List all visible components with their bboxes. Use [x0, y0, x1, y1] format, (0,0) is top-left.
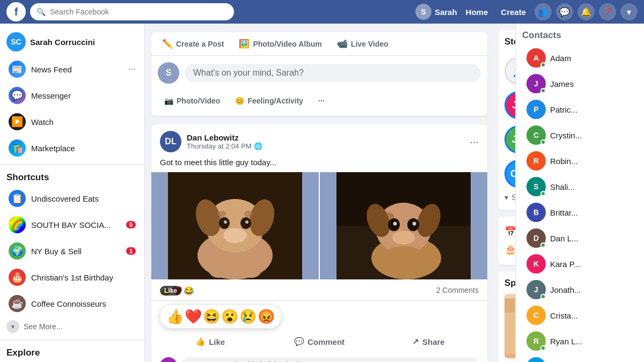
composer-input-row: S What's on your mind, Sarah? [151, 56, 487, 90]
sidebar-user-profile[interactable]: SC Sarah Corruccini [0, 28, 144, 56]
see-more-chevron-icon: ▾ [6, 320, 19, 333]
react-like-btn[interactable]: 👍 [166, 308, 184, 325]
sidebar-item-undiscovered[interactable]: 📋 Undiscovered Eats [2, 186, 142, 211]
karap-name: Kara P... [550, 260, 580, 269]
sidebar-coffee-label: Coffee Connoisseurs [31, 299, 136, 308]
notifications-icon[interactable]: 🔔 [577, 3, 595, 20]
composer-input[interactable]: What's on your mind, Sarah? [185, 64, 481, 82]
contact-adam[interactable]: A Adam [522, 45, 638, 71]
patric-name: Patric... [550, 105, 577, 114]
shortcuts-see-more[interactable]: ▾ See More... [0, 317, 144, 336]
contact-robin[interactable]: R Robin... [522, 148, 638, 174]
live-video-tab[interactable]: 📹 Live Video [331, 34, 395, 53]
comment-row: SS Shirley Sun What kind of dog is that?… [160, 357, 479, 362]
like-action-button[interactable]: 👍 Like [156, 333, 265, 351]
camping-icon: 📅 [504, 226, 516, 238]
feeling-label: Feeling/Activity [247, 97, 303, 105]
post-image-right [320, 172, 487, 279]
contact-crystin[interactable]: C Crystin... [522, 122, 638, 148]
post-author-name[interactable]: Dan Lebowitz [187, 133, 464, 142]
post-more-menu-icon[interactable]: ··· [470, 136, 479, 148]
crista-name: Crista... [550, 311, 578, 320]
more-action[interactable]: ··· [312, 92, 331, 109]
shortcuts-see-more-label: See More... [24, 322, 62, 331]
svg-point-12 [244, 211, 253, 217]
contact-brittar[interactable]: B Brittar... [522, 200, 638, 225]
nav-user-name: Sarah [435, 8, 457, 17]
friends-icon[interactable]: 👥 [535, 3, 552, 20]
help-icon[interactable]: ❓ [599, 3, 616, 20]
brittar-name: Brittar... [550, 208, 578, 217]
contact-danl[interactable]: D Dan L... [522, 225, 638, 251]
contact-tima[interactable]: T Tim A... [522, 354, 638, 362]
sidebar-item-watch[interactable]: ▶️ Watch [2, 109, 142, 135]
post-author-avatar: DL [160, 131, 181, 152]
facebook-logo: f [6, 2, 26, 21]
sidebar-item-coffee[interactable]: ☕ Coffee Connoisseurs [2, 291, 142, 316]
reactions-popup: Like 👍 ❤️ 😆 😮 😢 😡 [160, 305, 281, 328]
birthday-cake-icon: 🎂 [504, 243, 516, 255]
sidebar-item-marketplace[interactable]: 🛍️ Marketplace [2, 135, 142, 161]
svg-point-23 [393, 222, 397, 226]
react-haha-btn[interactable]: 😆 [203, 308, 220, 325]
nav-create-link[interactable]: Create [501, 8, 526, 17]
messenger-icon[interactable]: 💬 [556, 3, 573, 20]
main-layout: SC Sarah Corruccini 📰 News Feed ··· 💬 Me… [0, 0, 644, 362]
account-menu-icon[interactable]: ▾ [620, 3, 638, 20]
more-action-icon: ··· [318, 97, 325, 105]
react-angry-btn[interactable]: 😡 [258, 308, 275, 325]
contact-shali[interactable]: S Shali... [522, 174, 638, 200]
coffee-icon: ☕ [9, 295, 26, 312]
contact-patric[interactable]: P Patric... [522, 97, 638, 122]
newsfeed-more-icon[interactable]: ··· [129, 64, 136, 74]
ryanl-name: Ryan L... [550, 337, 582, 346]
shortcuts-title: Shortcuts [0, 168, 144, 185]
sidebar-item-birthday[interactable]: 🎂 Christian's 1st Birthday [2, 264, 142, 290]
contacts-title: Contacts [522, 30, 638, 41]
composer-actions: 📷 Photo/Video 😊 Feeling/Activity ··· [151, 90, 487, 116]
photo-album-tab[interactable]: 🖼️ Photo/Video Album [232, 34, 328, 53]
robin-name: Robin... [550, 157, 578, 166]
sidebar-item-messenger[interactable]: 💬 Messenger [2, 83, 142, 108]
svg-point-7 [224, 220, 227, 224]
adam-avatar: A [526, 48, 546, 68]
post-privacy-icon: 🌐 [254, 142, 262, 150]
crystin-name: Crystin... [550, 131, 582, 140]
comment-bubble: Shirley Sun What kind of dog is that?! [181, 357, 479, 362]
share-icon: ↗ [412, 337, 419, 346]
react-love-btn[interactable]: ❤️ [185, 308, 202, 325]
like-tooltip: Like [160, 286, 181, 295]
nav-links: Home Create [466, 8, 526, 17]
create-post-tab[interactable]: ✏️ Create a Post [156, 34, 230, 53]
nybuysell-badge: 1 [126, 247, 136, 255]
adam-name: Adam [550, 54, 571, 63]
nav-home-link[interactable]: Home [466, 8, 488, 17]
left-sidebar: SC Sarah Corruccini 📰 News Feed ··· 💬 Me… [0, 24, 145, 362]
dog-image-left [151, 172, 319, 279]
contact-crista[interactable]: C Crista... [522, 302, 638, 328]
comment-action-button[interactable]: 💬 Comment [265, 333, 374, 351]
sidebar-item-newsfeed[interactable]: 📰 News Feed ··· [2, 56, 142, 82]
contact-james[interactable]: J James [522, 71, 638, 97]
search-input[interactable] [50, 8, 228, 16]
adam-online-dot [540, 62, 546, 68]
photo-video-action[interactable]: 📷 Photo/Video [158, 92, 226, 109]
like-label: Like [209, 337, 225, 346]
search-bar[interactable]: 🔍 [30, 3, 234, 20]
sidebar-item-southbay[interactable]: 🌈 SOUTH BAY SOCIA... 5 [2, 212, 142, 238]
jonath-name: Jonath... [550, 285, 581, 294]
feeling-activity-action[interactable]: 😊 Feeling/Activity [229, 92, 309, 109]
contact-ryanl[interactable]: R Ryan L... [522, 328, 638, 354]
james-online-dot [540, 88, 546, 93]
center-feed: ✏️ Create a Post 🖼️ Photo/Video Album 📹 … [145, 24, 494, 362]
danl-online-dot [540, 242, 546, 248]
react-sad-btn[interactable]: 😢 [239, 308, 257, 325]
contact-karap[interactable]: K Kara P... [522, 251, 638, 277]
sidebar-item-nybuysell[interactable]: 🌍 NY Buy & Sell 1 [2, 238, 142, 264]
share-action-button[interactable]: ↗ Share [374, 333, 483, 351]
react-wow-btn[interactable]: 😮 [221, 308, 238, 325]
share-label: Share [422, 337, 445, 346]
contact-jonath[interactable]: J Jonath... [522, 277, 638, 302]
nav-user-profile[interactable]: S Sarah [415, 4, 457, 20]
comments-count: 2 Comments [436, 286, 479, 296]
